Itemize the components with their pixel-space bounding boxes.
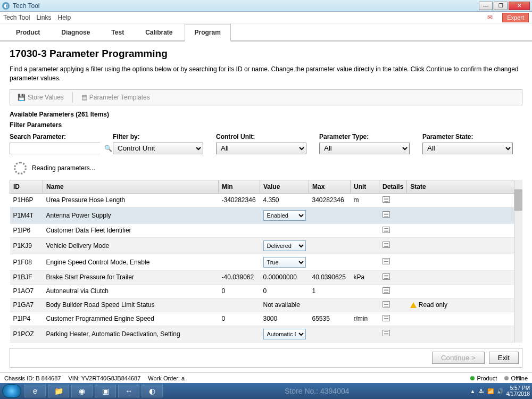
col-state[interactable]: State [407, 180, 522, 193]
menu-help[interactable]: Help [58, 14, 71, 21]
table-row[interactable]: P1BJFBrake Start Pressure for Trailer-40… [10, 270, 522, 284]
cell-details[interactable] [379, 193, 407, 207]
status-vin: VIN: YV2RT40G8JB844687 [68, 375, 140, 381]
parameter-templates-button[interactable]: ▤ Parameter Templates [77, 92, 154, 103]
taskbar-teamviewer[interactable]: ↔ [118, 385, 139, 397]
param-type-label: Parameter Type: [319, 133, 410, 140]
col-min[interactable]: Min [219, 180, 260, 193]
tray-network-icon: 🖧 [479, 388, 484, 394]
continue-button[interactable]: Continue > [432, 352, 485, 364]
value-text[interactable]: 3000 [263, 315, 278, 322]
col-id[interactable]: ID [10, 180, 43, 193]
value-dropdown[interactable]: True [263, 257, 306, 268]
col-unit[interactable]: Unit [351, 180, 379, 193]
value-text[interactable]: 0.00000000 [263, 273, 297, 281]
param-state-select[interactable]: All [422, 143, 513, 154]
cell-value: Not available [260, 298, 309, 312]
details-icon[interactable] [383, 258, 390, 264]
value-dropdown[interactable]: Enabled [263, 210, 306, 221]
cell-state [407, 284, 522, 298]
details-icon[interactable] [383, 301, 390, 307]
param-type-select[interactable]: All [319, 143, 410, 154]
table-row[interactable]: P1AO7Autoneutral via Clutch001 [10, 284, 522, 298]
taskbar-chrome[interactable]: ◉ [71, 385, 93, 397]
col-value[interactable]: Value [260, 180, 309, 193]
table-row[interactable]: P1GA7Body Builder Road Speed Limit Statu… [10, 298, 522, 312]
status-offline: Offline [504, 375, 528, 381]
cell-state [407, 254, 522, 270]
notification-icon[interactable]: ✉ [487, 14, 493, 21]
value-dropdown[interactable]: Automatic D [263, 329, 306, 339]
cell-id: P1BJF [10, 270, 43, 284]
cell-max: 65535 [309, 312, 351, 326]
cell-details[interactable] [379, 284, 407, 298]
taskbar-ie[interactable]: e [24, 385, 46, 397]
table-row[interactable]: P1POZParking Heater, Automatic Deactivat… [10, 326, 522, 342]
tray-clock[interactable]: 5:57 PM 4/17/2018 [506, 385, 530, 397]
details-icon[interactable] [383, 196, 390, 203]
table-row[interactable]: P1IP4Customer Programmed Engine Speed030… [10, 312, 522, 326]
cell-details[interactable] [379, 254, 407, 270]
cell-name: Antenna Power Supply [43, 207, 219, 223]
tab-calibrate[interactable]: Calibrate [136, 24, 182, 40]
cell-name: Autoneutral via Clutch [43, 284, 219, 298]
filter-by-select[interactable]: Control Unit [113, 143, 203, 154]
details-icon[interactable] [383, 287, 390, 294]
details-icon[interactable] [383, 242, 390, 248]
spinner-icon [14, 162, 27, 174]
table-row[interactable]: P1IP6Customer Data Fleet Identifier [10, 223, 522, 237]
col-details[interactable]: Details [379, 180, 407, 193]
status-chassis: Chassis ID: B 844687 [4, 375, 61, 381]
taskbar-app1[interactable]: ▣ [95, 385, 116, 397]
details-icon[interactable] [383, 273, 390, 280]
store-values-button[interactable]: 💾 Store Values [13, 92, 68, 103]
search-input[interactable] [10, 143, 104, 154]
start-button[interactable] [2, 384, 21, 398]
save-icon: 💾 [18, 94, 26, 101]
tab-product[interactable]: Product [6, 24, 49, 40]
exit-button[interactable]: Exit [489, 352, 519, 364]
close-button[interactable]: ✕ [509, 2, 530, 10]
minimize-button[interactable]: — [479, 2, 493, 10]
cell-unit: kPa [351, 270, 379, 284]
cell-details[interactable] [379, 298, 407, 312]
value-text[interactable]: Not available [263, 301, 300, 309]
maximize-button[interactable]: ❐ [494, 2, 508, 10]
table-row[interactable]: P1KJ9Vehicle Delivery ModeDelivered [10, 237, 522, 254]
table-row[interactable]: P1F08Engine Speed Control Mode, EnableTr… [10, 254, 522, 270]
table-row[interactable]: P1H6PUrea Pressure Hose Length-340282346… [10, 193, 522, 207]
table-row[interactable]: P1M4TAntenna Power SupplyEnabled [10, 207, 522, 223]
cell-details[interactable] [379, 207, 407, 223]
tab-test[interactable]: Test [102, 24, 134, 40]
cell-max [309, 237, 351, 254]
search-icon[interactable]: 🔍 [104, 143, 112, 154]
tab-diagnose[interactable]: Diagnose [52, 24, 99, 40]
system-tray[interactable]: ▲ 🖧 📶 🔊 5:57 PM 4/17/2018 [470, 385, 530, 397]
value-text[interactable]: 4.350 [263, 196, 279, 204]
value-text[interactable]: 0 [263, 287, 267, 295]
menu-links[interactable]: Links [36, 14, 51, 21]
details-icon[interactable] [383, 227, 390, 233]
table-scrollbar[interactable] [514, 180, 522, 343]
details-icon[interactable] [383, 315, 390, 321]
details-icon[interactable] [383, 211, 390, 218]
main-tabs: Product Diagnose Test Calibrate Program [0, 23, 532, 41]
col-name[interactable]: Name [43, 180, 219, 193]
cell-unit [351, 298, 379, 312]
control-unit-select[interactable]: All [216, 143, 306, 154]
tab-program[interactable]: Program [185, 24, 231, 41]
taskbar-techtool[interactable]: ◐ [142, 385, 163, 397]
cell-details[interactable] [379, 312, 407, 326]
details-icon[interactable] [383, 330, 390, 336]
cell-details[interactable] [379, 270, 407, 284]
cell-name: Urea Pressure Hose Length [43, 193, 219, 207]
cell-details[interactable] [379, 326, 407, 342]
value-dropdown[interactable]: Delivered [263, 240, 306, 251]
taskbar-explorer[interactable]: 📁 [48, 385, 69, 397]
cell-unit [351, 223, 379, 237]
cell-details[interactable] [379, 237, 407, 254]
col-max[interactable]: Max [309, 180, 351, 193]
cell-details[interactable] [379, 223, 407, 237]
expert-button[interactable]: Expert [502, 13, 529, 22]
menu-techtool[interactable]: Tech Tool [3, 14, 30, 21]
